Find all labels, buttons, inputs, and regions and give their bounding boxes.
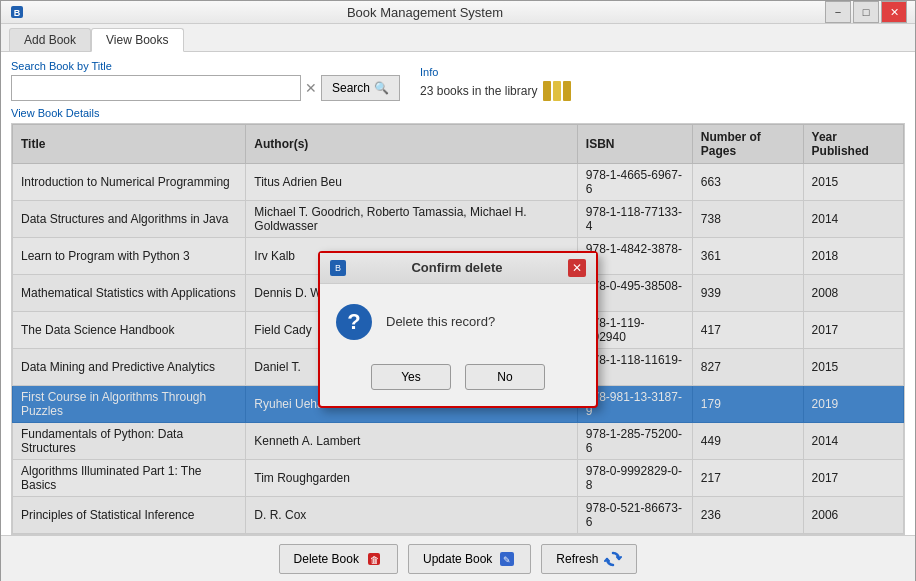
svg-text:🗑: 🗑 bbox=[369, 555, 378, 565]
info-section: Info 23 books in the library bbox=[420, 66, 571, 101]
search-label: Search Book by Title bbox=[11, 60, 400, 72]
modal-body: ? Delete this record? bbox=[320, 284, 596, 356]
search-icon: 🔍 bbox=[374, 81, 389, 95]
search-input-row: ✕ Search 🔍 bbox=[11, 75, 400, 101]
search-input[interactable] bbox=[11, 75, 301, 101]
clear-search-button[interactable]: ✕ bbox=[305, 80, 317, 96]
window-title: Book Management System bbox=[25, 5, 825, 20]
info-value: 23 books in the library bbox=[420, 81, 571, 101]
modal-message: Delete this record? bbox=[386, 314, 495, 329]
maximize-button[interactable]: □ bbox=[853, 1, 879, 23]
title-bar: B Book Management System − □ ✕ bbox=[1, 1, 915, 24]
modal-app-icon: B bbox=[330, 260, 346, 276]
books-table-container: Title Author(s) ISBN Number of Pages Yea… bbox=[11, 123, 905, 535]
app-icon: B bbox=[9, 4, 25, 20]
modal-no-button[interactable]: No bbox=[465, 364, 545, 390]
modal-yes-button[interactable]: Yes bbox=[371, 364, 451, 390]
view-book-details-link[interactable]: View Book Details bbox=[11, 107, 905, 119]
modal-overlay: B Confirm delete ✕ ? Delete this record?… bbox=[12, 124, 904, 534]
close-button[interactable]: ✕ bbox=[881, 1, 907, 23]
delete-icon: 🗑 bbox=[365, 550, 383, 568]
svg-text:B: B bbox=[14, 8, 21, 18]
search-button[interactable]: Search 🔍 bbox=[321, 75, 400, 101]
tab-add-book[interactable]: Add Book bbox=[9, 28, 91, 51]
tab-view-books[interactable]: View Books bbox=[91, 28, 183, 52]
search-section: Search Book by Title ✕ Search 🔍 bbox=[11, 60, 400, 101]
delete-book-button[interactable]: Delete Book 🗑 bbox=[279, 544, 398, 574]
books-icon bbox=[543, 81, 571, 101]
svg-text:✎: ✎ bbox=[503, 555, 511, 565]
refresh-icon bbox=[604, 550, 622, 568]
modal-title: Confirm delete bbox=[346, 260, 568, 275]
modal-close-button[interactable]: ✕ bbox=[568, 259, 586, 277]
footer-bar: Delete Book 🗑 Update Book ✎ Refresh bbox=[1, 535, 915, 581]
confirm-delete-modal: B Confirm delete ✕ ? Delete this record?… bbox=[318, 251, 598, 408]
content-area: Search Book by Title ✕ Search 🔍 Info 23 … bbox=[1, 52, 915, 535]
minimize-button[interactable]: − bbox=[825, 1, 851, 23]
update-book-button[interactable]: Update Book ✎ bbox=[408, 544, 531, 574]
question-icon: ? bbox=[336, 304, 372, 340]
search-info-bar: Search Book by Title ✕ Search 🔍 Info 23 … bbox=[11, 60, 905, 101]
info-label: Info bbox=[420, 66, 571, 78]
books-count-text: 23 books in the library bbox=[420, 84, 537, 98]
refresh-button[interactable]: Refresh bbox=[541, 544, 637, 574]
modal-title-bar: B Confirm delete ✕ bbox=[320, 253, 596, 284]
modal-footer: Yes No bbox=[320, 356, 596, 406]
main-window: B Book Management System − □ ✕ Add Book … bbox=[0, 0, 916, 581]
update-icon: ✎ bbox=[498, 550, 516, 568]
window-controls: − □ ✕ bbox=[825, 1, 907, 23]
tabs-bar: Add Book View Books bbox=[1, 24, 915, 52]
